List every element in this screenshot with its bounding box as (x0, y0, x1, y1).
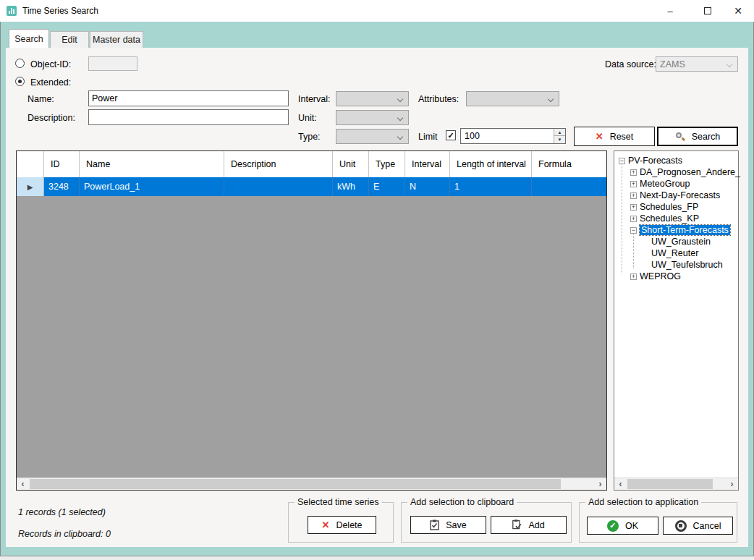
object-id-input (88, 56, 137, 71)
radio-dot-icon (18, 80, 22, 83)
tree-item-uw-graustein[interactable]: UW_Graustein (614, 236, 738, 247)
tab-search[interactable]: Search (9, 29, 49, 48)
window-title: Time Series Search (22, 6, 98, 16)
cell-id[interactable]: 3248 (44, 177, 80, 196)
row-pointer-icon: ▶ (27, 183, 33, 191)
cell-length-of-interval[interactable]: 1 (450, 177, 532, 196)
magnifier-icon (675, 132, 685, 142)
limit-checkbox[interactable]: ✓ (446, 130, 456, 140)
background-window-strip (0, 556, 754, 560)
tab-master-data[interactable]: Master data (90, 31, 143, 48)
group-title: Add selection to application (585, 497, 701, 507)
table-horizontal-scrollbar[interactable]: ‹ › (17, 478, 606, 490)
tree-item-weprog[interactable]: + WEPROG (614, 271, 738, 282)
records-status: 1 records (1 selected) (18, 507, 106, 517)
tree-item-schedules-kp[interactable]: + Schedules_KP (614, 213, 738, 224)
cell-description[interactable] (224, 177, 333, 196)
tree-item-uw-teufelsbruch[interactable]: UW_Teufelsbruch (614, 259, 738, 271)
scrollbar-thumb[interactable] (627, 479, 713, 489)
add-to-clipboard-group: Add selection to clipboard Save Add (401, 502, 572, 543)
tab-edit[interactable]: Edit (50, 31, 89, 48)
scroll-left-icon[interactable]: ‹ (614, 478, 627, 490)
table-row[interactable]: ▶ 3248 PowerLoad_1 kWh E N 1 (17, 177, 606, 196)
scroll-right-icon[interactable]: › (726, 478, 738, 490)
expand-icon[interactable]: + (630, 204, 637, 211)
tree-item-da-prognosen[interactable]: + DA_Prognosen_Andere_ (614, 166, 738, 178)
collapse-icon[interactable]: − (630, 227, 637, 234)
col-header-formula[interactable]: Formula (532, 151, 606, 177)
unit-select[interactable] (336, 110, 409, 125)
time-series-search-window: Time Series Search – ✕ Edit Master data … (0, 0, 754, 560)
tree-item-next-day-forecasts[interactable]: + Next-Day-Forecasts (614, 190, 738, 201)
close-icon: ✕ (734, 5, 742, 17)
scrollbar-thumb[interactable] (30, 479, 561, 489)
row-selector-cell[interactable]: ▶ (17, 177, 44, 196)
cell-interval[interactable]: N (405, 177, 450, 196)
expand-icon[interactable]: + (630, 192, 637, 199)
tree-item-meteogroup[interactable]: + MeteoGroup (614, 178, 738, 190)
collapse-icon[interactable]: − (619, 158, 625, 164)
limit-spinner[interactable]: 100 ▲ ▼ (460, 128, 566, 144)
spinner-down-button[interactable]: ▼ (554, 136, 565, 143)
extended-label: Extended: (30, 77, 71, 88)
spinner-up-button[interactable]: ▲ (554, 129, 565, 136)
red-x-icon: ✕ (321, 519, 329, 530)
tree-item-pv-forecasts[interactable]: − PV-Forecasts (614, 155, 738, 166)
chevron-down-icon (727, 61, 732, 67)
clipboard-save-icon (430, 519, 439, 530)
col-header-type[interactable]: Type (369, 151, 405, 177)
minimize-button[interactable]: – (656, 0, 685, 22)
chevron-down-icon (548, 96, 554, 102)
description-label: Description: (27, 113, 75, 123)
scroll-left-icon[interactable]: ‹ (17, 478, 29, 490)
col-header-unit[interactable]: Unit (333, 151, 369, 177)
cell-type[interactable]: E (369, 177, 405, 196)
down-arrow-icon: ▼ (558, 137, 562, 142)
selected-time-series-group: Selected time series ✕ Delete (288, 502, 394, 543)
category-tree: − PV-Forecasts + DA_Prognosen_Andere_ + … (614, 150, 739, 491)
interval-select[interactable] (336, 91, 409, 106)
cell-formula[interactable] (532, 177, 606, 196)
group-title: Add selection to clipboard (407, 497, 517, 507)
attributes-select[interactable] (466, 91, 559, 106)
cell-unit[interactable]: kWh (333, 177, 369, 196)
tree-item-short-term-forecasts[interactable]: − Short-Term-Forecasts (614, 224, 738, 236)
type-select[interactable] (336, 129, 409, 144)
expand-icon[interactable]: + (630, 181, 637, 187)
add-to-application-group: Add selection to application ✓ OK Cancel (579, 502, 737, 543)
save-button[interactable]: Save (410, 516, 486, 534)
cancel-stop-icon (675, 520, 687, 532)
minimize-icon: – (667, 6, 672, 17)
col-header-interval[interactable]: Interval (405, 151, 450, 177)
close-button[interactable]: ✕ (724, 0, 753, 22)
col-header-id[interactable]: ID (44, 151, 80, 177)
data-source-select: ZAMS (656, 56, 738, 72)
col-header-length-of-interval[interactable]: Length of interval (450, 151, 532, 177)
chevron-down-icon (397, 96, 403, 102)
extended-radio[interactable] (15, 77, 25, 86)
object-id-radio[interactable] (15, 59, 25, 68)
search-button[interactable]: Search (657, 127, 738, 146)
maximize-button[interactable] (693, 0, 722, 22)
tree-item-uw-reuter[interactable]: UW_Reuter (614, 247, 738, 259)
check-icon: ✓ (447, 131, 454, 140)
interval-label: Interval: (298, 94, 330, 104)
ok-button[interactable]: ✓ OK (587, 517, 658, 535)
expand-icon[interactable]: + (630, 216, 637, 222)
expand-icon[interactable]: + (630, 169, 637, 176)
add-button[interactable]: Add (491, 516, 567, 534)
tree-horizontal-scrollbar[interactable]: ‹ › (614, 478, 738, 490)
delete-button[interactable]: ✕ Delete (308, 516, 376, 534)
row-selector-header (17, 151, 44, 177)
expand-icon[interactable]: + (630, 273, 637, 280)
cell-name[interactable]: PowerLoad_1 (80, 177, 224, 196)
name-input[interactable] (88, 90, 289, 106)
scroll-right-icon[interactable]: › (594, 478, 606, 490)
cancel-button[interactable]: Cancel (663, 517, 733, 535)
tree-item-schedules-fp[interactable]: + Schedules_FP (614, 201, 738, 213)
description-input[interactable] (88, 109, 289, 125)
clipboard-status: Records in clipboard: 0 (18, 529, 111, 539)
col-header-name[interactable]: Name (80, 151, 224, 177)
reset-button[interactable]: ✕ Reset (574, 127, 655, 146)
col-header-description[interactable]: Description (224, 151, 333, 177)
